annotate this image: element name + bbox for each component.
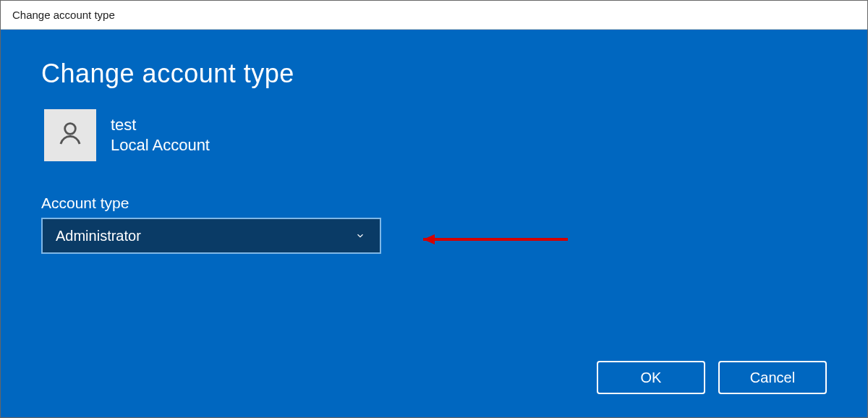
window-title: Change account type — [12, 9, 115, 21]
dialog-button-bar: OK Cancel — [597, 361, 827, 394]
cancel-button[interactable]: Cancel — [718, 361, 827, 394]
account-type-selected-value: Administrator — [56, 228, 141, 244]
user-summary: test Local Account — [44, 109, 827, 161]
svg-point-0 — [65, 124, 76, 135]
chevron-down-icon — [354, 229, 367, 242]
account-type-select[interactable]: Administrator — [41, 218, 381, 254]
dialog-content: Change account type test Local Account A… — [1, 30, 867, 417]
person-icon — [55, 119, 85, 152]
user-text: test Local Account — [111, 116, 210, 155]
user-account-kind: Local Account — [111, 136, 210, 155]
page-heading: Change account type — [41, 59, 827, 89]
avatar — [44, 109, 96, 161]
user-name: test — [111, 116, 210, 135]
annotation-arrow-icon — [401, 232, 575, 247]
account-type-label: Account type — [41, 195, 827, 212]
svg-marker-2 — [423, 234, 435, 244]
account-type-select-wrap: Administrator — [41, 218, 381, 254]
window-titlebar: Change account type — [1, 1, 867, 30]
ok-button[interactable]: OK — [597, 361, 705, 394]
